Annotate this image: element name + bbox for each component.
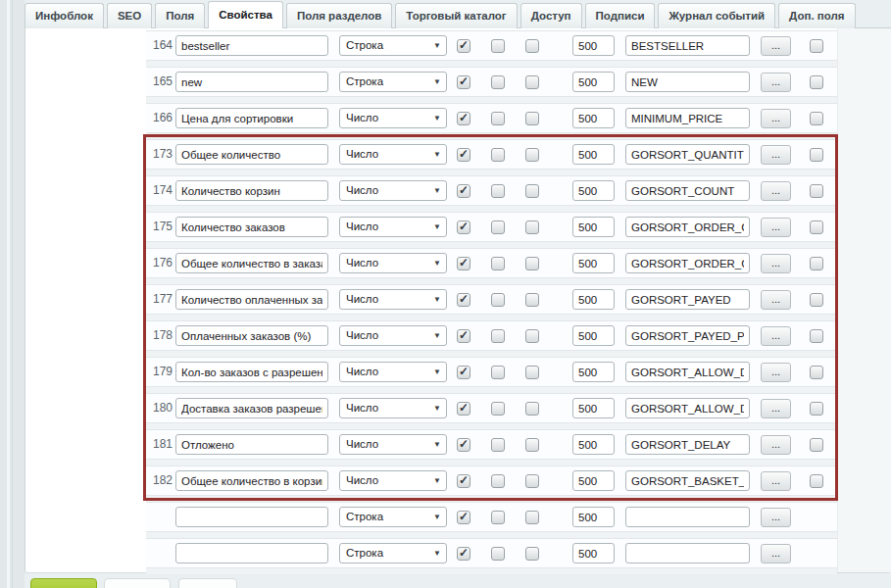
property-name-input[interactable] <box>175 470 328 491</box>
multiple-checkbox[interactable] <box>491 366 505 379</box>
delete-checkbox[interactable] <box>810 438 823 452</box>
settings-button[interactable]: ... <box>761 218 791 237</box>
required-checkbox[interactable] <box>525 438 539 452</box>
active-checkbox[interactable]: ✓ <box>457 148 470 162</box>
active-checkbox[interactable]: ✓ <box>457 402 470 416</box>
multiple-checkbox[interactable] <box>491 511 505 524</box>
multiple-checkbox[interactable] <box>491 75 505 89</box>
active-checkbox[interactable]: ✓ <box>457 220 470 234</box>
multiple-checkbox[interactable] <box>491 148 505 162</box>
property-name-input[interactable] <box>175 362 328 382</box>
active-checkbox[interactable]: ✓ <box>457 75 470 89</box>
delete-checkbox[interactable] <box>810 184 823 198</box>
required-checkbox[interactable] <box>525 184 539 198</box>
property-type-select[interactable]: Число▼ <box>339 253 447 273</box>
code-input[interactable] <box>625 398 750 418</box>
multiple-checkbox[interactable] <box>491 293 505 307</box>
property-name-input[interactable] <box>175 543 328 564</box>
delete-checkbox[interactable] <box>810 148 823 162</box>
tab-access[interactable]: Доступ <box>520 3 582 28</box>
delete-checkbox[interactable] <box>810 220 823 234</box>
property-type-select[interactable]: Строка▼ <box>339 543 447 564</box>
required-checkbox[interactable] <box>525 39 539 53</box>
sort-input[interactable] <box>572 72 615 92</box>
property-type-select[interactable]: Число▼ <box>339 434 447 455</box>
sort-input[interactable] <box>572 398 615 418</box>
property-type-select[interactable]: Число▼ <box>339 108 447 128</box>
required-checkbox[interactable] <box>525 329 539 343</box>
required-checkbox[interactable] <box>525 112 539 125</box>
property-name-input[interactable] <box>175 398 328 418</box>
settings-button[interactable]: ... <box>761 145 791 165</box>
sort-input[interactable] <box>572 217 615 237</box>
active-checkbox[interactable]: ✓ <box>457 438 470 452</box>
code-input[interactable] <box>625 253 750 273</box>
active-checkbox[interactable]: ✓ <box>457 511 470 524</box>
active-checkbox[interactable]: ✓ <box>457 366 470 379</box>
sort-input[interactable] <box>572 470 615 491</box>
property-type-select[interactable]: Число▼ <box>339 362 447 382</box>
multiple-checkbox[interactable] <box>491 547 505 561</box>
required-checkbox[interactable] <box>525 293 539 307</box>
settings-button[interactable]: ... <box>761 73 791 92</box>
multiple-checkbox[interactable] <box>491 257 505 270</box>
active-checkbox[interactable]: ✓ <box>457 112 470 125</box>
sort-input[interactable] <box>572 434 615 455</box>
tab-extra-fields[interactable]: Доп. поля <box>778 3 855 28</box>
delete-checkbox[interactable] <box>810 366 823 379</box>
property-type-select[interactable]: Число▼ <box>339 144 447 165</box>
active-checkbox[interactable]: ✓ <box>457 257 470 270</box>
active-checkbox[interactable]: ✓ <box>457 184 470 198</box>
code-input[interactable] <box>625 362 750 382</box>
code-input[interactable] <box>625 470 750 491</box>
property-name-input[interactable] <box>175 325 328 346</box>
property-name-input[interactable] <box>175 35 328 56</box>
property-type-select[interactable]: Число▼ <box>339 470 447 491</box>
sort-input[interactable] <box>572 289 615 310</box>
code-input[interactable] <box>625 543 750 564</box>
sort-input[interactable] <box>572 543 615 564</box>
property-type-select[interactable]: Строка▼ <box>339 35 447 56</box>
active-checkbox[interactable]: ✓ <box>457 39 470 53</box>
active-checkbox[interactable]: ✓ <box>457 329 470 343</box>
sort-input[interactable] <box>572 35 615 56</box>
property-type-select[interactable]: Число▼ <box>339 398 447 418</box>
delete-checkbox[interactable] <box>810 293 823 307</box>
settings-button[interactable]: ... <box>761 326 791 346</box>
multiple-checkbox[interactable] <box>491 184 505 198</box>
sort-input[interactable] <box>572 507 615 527</box>
code-input[interactable] <box>625 507 750 527</box>
tab-trade-catalog[interactable]: Торговый каталог <box>395 3 517 28</box>
required-checkbox[interactable] <box>525 402 539 416</box>
property-name-input[interactable] <box>175 289 328 310</box>
property-type-select[interactable]: Строка▼ <box>339 507 447 527</box>
delete-checkbox[interactable] <box>810 329 823 343</box>
multiple-checkbox[interactable] <box>491 39 505 53</box>
required-checkbox[interactable] <box>525 511 539 524</box>
property-type-select[interactable]: Число▼ <box>339 325 447 346</box>
property-type-select[interactable]: Строка▼ <box>339 72 447 92</box>
code-input[interactable] <box>625 108 750 128</box>
multiple-checkbox[interactable] <box>491 474 505 488</box>
settings-button[interactable]: ... <box>761 363 791 382</box>
tab-fields[interactable]: Поля <box>155 3 205 28</box>
settings-button[interactable]: ... <box>761 399 791 418</box>
footer-button-primary[interactable] <box>30 578 97 588</box>
tab-event-log[interactable]: Журнал событий <box>658 3 775 28</box>
code-input[interactable] <box>625 217 750 237</box>
required-checkbox[interactable] <box>525 547 539 561</box>
active-checkbox[interactable]: ✓ <box>457 293 470 307</box>
code-input[interactable] <box>625 325 750 346</box>
required-checkbox[interactable] <box>525 257 539 270</box>
multiple-checkbox[interactable] <box>491 220 505 234</box>
active-checkbox[interactable]: ✓ <box>457 547 470 561</box>
multiple-checkbox[interactable] <box>491 112 505 125</box>
settings-button[interactable]: ... <box>761 471 791 491</box>
required-checkbox[interactable] <box>525 148 539 162</box>
sort-input[interactable] <box>572 253 615 273</box>
settings-button[interactable]: ... <box>761 254 791 273</box>
active-checkbox[interactable]: ✓ <box>457 474 470 488</box>
sort-input[interactable] <box>572 180 615 201</box>
multiple-checkbox[interactable] <box>491 329 505 343</box>
settings-button[interactable]: ... <box>761 544 791 564</box>
